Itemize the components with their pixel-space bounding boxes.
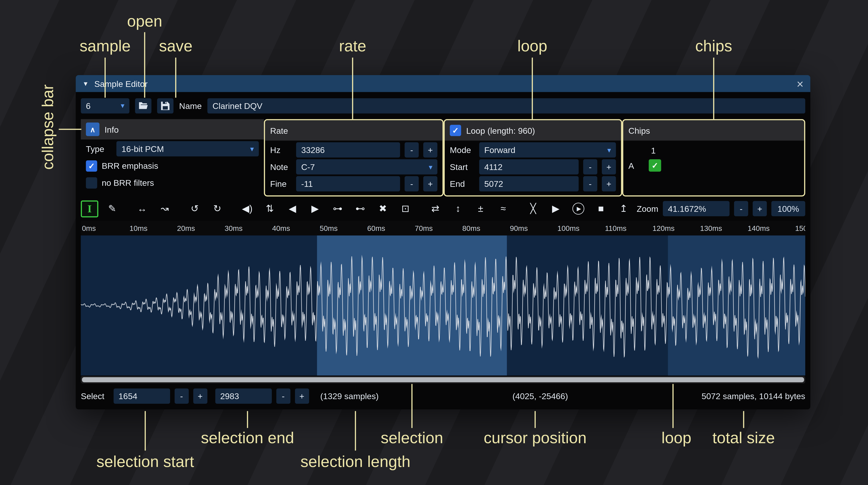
loop-end-decrement-button[interactable]: -: [583, 176, 597, 192]
chevron-down-icon[interactable]: ▼: [602, 147, 616, 153]
zoom-out-button[interactable]: -: [734, 201, 748, 216]
filter-button[interactable]: ≈: [494, 200, 512, 217]
annotation-line-chips: [713, 58, 714, 119]
collapse-bar-button[interactable]: ∧: [86, 123, 99, 136]
resize-icon: ↔: [137, 203, 147, 214]
rate-header-label: Rate: [270, 126, 288, 135]
chevron-down-icon[interactable]: ▼: [245, 146, 259, 152]
stop-button[interactable]: ■: [592, 200, 610, 217]
horizontal-scrollbar[interactable]: [81, 376, 805, 383]
selection-end-value: 2983: [220, 391, 239, 400]
insert-silence-button[interactable]: ⊶: [329, 200, 346, 217]
chevron-down-icon[interactable]: ▼: [424, 163, 437, 170]
import-icon: ↥: [620, 203, 627, 215]
play-button[interactable]: ▶: [569, 200, 587, 217]
sign-invert-button[interactable]: ±: [472, 200, 489, 217]
zoom-input[interactable]: 41.1672%: [663, 201, 730, 216]
type-dropdown[interactable]: 16-bit PCM ▼: [117, 141, 259, 157]
fade-out-button[interactable]: ▶: [306, 200, 324, 217]
waveform-area[interactable]: [81, 235, 805, 376]
note-value: C-7: [301, 162, 315, 171]
draw-button[interactable]: ✎: [103, 200, 121, 217]
apply-silence-button[interactable]: ⊷: [351, 200, 369, 217]
panels-row: ∧ Info Type 16-bit PCM ▼ ✓ BRR emphasis: [81, 119, 805, 197]
ruler-tick: 30ms: [223, 224, 271, 232]
fade-in-button[interactable]: ◀: [284, 200, 301, 217]
hz-value: 33286: [301, 145, 325, 155]
select-label: Select: [81, 391, 104, 400]
chevron-up-icon: ∧: [90, 125, 95, 134]
sample-selector[interactable]: 6 ▼: [81, 98, 129, 113]
selection-start-increment-button[interactable]: +: [193, 388, 207, 403]
zoom-in-button[interactable]: +: [753, 201, 767, 216]
save-button[interactable]: [157, 98, 174, 113]
loop-end-input[interactable]: 5072: [479, 176, 579, 192]
fine-input[interactable]: -11: [296, 176, 400, 192]
delete-icon: ✖: [379, 203, 387, 215]
loop-end-label: End: [450, 179, 475, 189]
hz-input[interactable]: 33286: [296, 142, 400, 158]
titlebar[interactable]: ▼ Sample Editor ×: [76, 75, 810, 92]
annotation-selection-start: selection start: [96, 453, 194, 471]
fine-increment-button[interactable]: +: [423, 176, 437, 192]
selection-end-decrement-button[interactable]: -: [276, 388, 290, 403]
brr-emphasis-checkbox[interactable]: ✓: [86, 160, 97, 171]
resample-button[interactable]: ↝: [156, 200, 174, 217]
undo-button[interactable]: ↺: [186, 200, 204, 217]
cursor-position-text: (4025, -25466): [513, 391, 568, 400]
loop-mode-value: Forward: [484, 145, 516, 155]
zoom-cluster: Zoom 41.1672% - + 100%: [637, 201, 805, 216]
reverse-button[interactable]: ⇄: [427, 200, 444, 217]
collapse-window-icon[interactable]: ▼: [83, 80, 89, 87]
delete-button[interactable]: ✖: [374, 200, 392, 217]
note-dropdown[interactable]: C-7 ▼: [296, 159, 437, 174]
fade-out-icon: ▶: [311, 203, 319, 215]
scrollbar-thumb[interactable]: [82, 377, 804, 382]
selection-end-increment-button[interactable]: +: [295, 388, 309, 403]
loop-start-input[interactable]: 4112: [479, 159, 579, 174]
chips-body: 1 A ✓: [623, 141, 804, 174]
loop-end-increment-button[interactable]: +: [602, 176, 616, 192]
selection-start-input[interactable]: 1654: [113, 388, 170, 403]
annotation-selection-length: selection length: [301, 453, 410, 471]
loop-end-value: 5072: [484, 179, 503, 189]
hz-decrement-button[interactable]: -: [405, 142, 419, 158]
chevron-down-icon[interactable]: ▼: [116, 102, 129, 109]
open-button[interactable]: [135, 98, 151, 113]
redo-button[interactable]: ↻: [209, 200, 226, 217]
import-button[interactable]: ↥: [615, 200, 632, 217]
edit-select-button[interactable]: I: [81, 200, 98, 217]
annotation-line-sample: [104, 58, 106, 98]
zoom-value: 41.1672%: [668, 204, 706, 213]
loop-start-increment-button[interactable]: +: [602, 159, 616, 174]
selection-start-decrement-button[interactable]: -: [175, 388, 189, 403]
ruler-tick: 20ms: [176, 224, 223, 232]
selection-length-text: (1329 samples): [320, 391, 379, 400]
trim-button[interactable]: ⊡: [397, 200, 414, 217]
waveform-canvas[interactable]: [81, 235, 805, 376]
hz-increment-button[interactable]: +: [423, 142, 437, 158]
no-brr-filters-checkbox[interactable]: [86, 177, 97, 188]
zoom-reset-button[interactable]: 100%: [771, 201, 805, 216]
fine-decrement-button[interactable]: -: [405, 176, 419, 192]
loop-mode-dropdown[interactable]: Forward ▼: [479, 142, 616, 158]
name-input[interactable]: Clarinet DQV: [208, 98, 805, 113]
ruler-tick: 10ms: [128, 224, 176, 232]
type-label: Type: [86, 144, 112, 154]
preview-button[interactable]: ▶: [547, 200, 564, 217]
selection-end-input[interactable]: 2983: [215, 388, 272, 403]
invert-button[interactable]: ↕: [449, 200, 467, 217]
amplify-button[interactable]: ◀): [239, 200, 256, 217]
annotation-loop-bottom: loop: [661, 429, 691, 447]
rate-panel: Rate Hz 33286 - + Note C-7 ▼: [264, 119, 443, 197]
chip-a-checkbox[interactable]: ✓: [649, 159, 661, 172]
crossfade-button[interactable]: ╳: [524, 200, 542, 217]
sample-selector-value: 6: [86, 101, 91, 110]
normalize-button[interactable]: ⇅: [261, 200, 279, 217]
loop-start-decrement-button[interactable]: -: [583, 159, 597, 174]
annotation-cursor-position: cursor position: [484, 429, 587, 447]
loop-enable-checkbox[interactable]: ✓: [450, 125, 461, 136]
close-icon[interactable]: ×: [797, 78, 804, 90]
annotation-loop-top: loop: [517, 37, 547, 55]
resize-button[interactable]: ↔: [133, 200, 151, 217]
